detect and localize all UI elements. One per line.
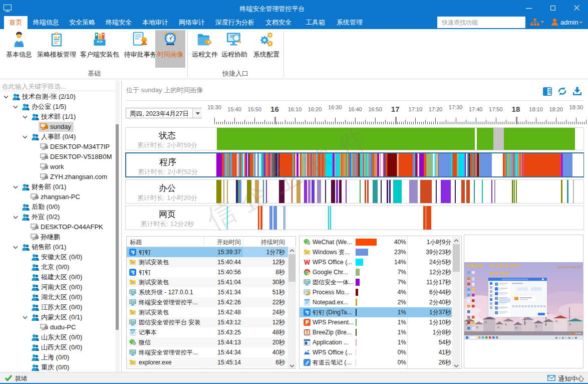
svg-text:2023-04-27 15:40:18: 2023-04-27 15:40:18: [557, 266, 581, 269]
